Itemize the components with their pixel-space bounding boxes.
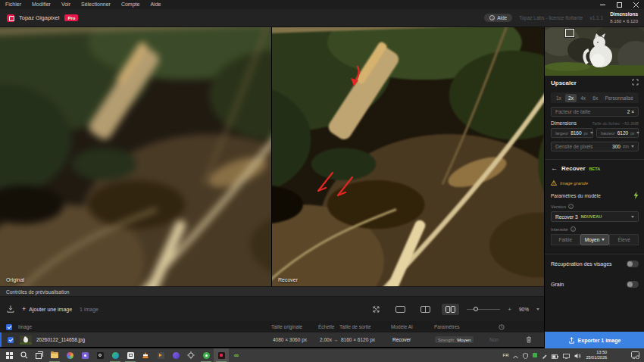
- menu-selectionner[interactable]: Sélectionner: [76, 0, 116, 9]
- menu-voir[interactable]: Voir: [56, 0, 76, 9]
- navigator-viewport-rect[interactable]: [565, 29, 574, 37]
- zoom-level[interactable]: 90%: [519, 307, 529, 312]
- info-icon: i: [489, 15, 495, 20]
- menu-aide[interactable]: Aide: [145, 0, 166, 9]
- beta-badge: BETA: [589, 167, 601, 171]
- tray-shield-icon[interactable]: [523, 348, 528, 362]
- pan-tool-icon[interactable]: [368, 303, 384, 316]
- menu-modifier[interactable]: Modifier: [27, 0, 56, 9]
- select-all-checkbox[interactable]: [6, 324, 12, 330]
- zoom-slider[interactable]: [467, 305, 500, 313]
- paint3d-icon[interactable]: [168, 348, 183, 362]
- photos-icon[interactable]: [62, 348, 77, 362]
- action-center-icon[interactable]: [631, 348, 639, 362]
- zoom-caret-icon[interactable]: [536, 308, 539, 311]
- row-extra: Non: [489, 332, 499, 347]
- queue-status-icon[interactable]: [499, 321, 505, 332]
- back-arrow-icon[interactable]: ←: [551, 165, 558, 172]
- menu-bar: Fichier Modifier Voir Sélectionner Compt…: [0, 0, 644, 9]
- height-unit-caret-icon[interactable]: [636, 132, 639, 134]
- navigator-thumbnail[interactable]: [545, 27, 644, 76]
- edge-icon[interactable]: [108, 348, 123, 362]
- taskbar-clock[interactable]: 13:50 25/01/2026: [586, 350, 607, 361]
- intensity-eleve-button[interactable]: Élevé: [609, 234, 639, 245]
- vlc-icon[interactable]: [138, 348, 153, 362]
- warning-icon: [551, 180, 557, 186]
- queue-row[interactable]: 20260122_114658.jpg 4080 × 3060 px 2,00x…: [0, 332, 544, 347]
- save-preview-icon[interactable]: [7, 302, 14, 316]
- settings-icon[interactable]: [183, 348, 199, 362]
- tray-display-icon[interactable]: [563, 348, 570, 362]
- col-image: Image: [18, 321, 32, 332]
- scale-2x-button[interactable]: 2x: [565, 94, 577, 102]
- recover-label: Recover: [278, 277, 298, 282]
- row-checkbox[interactable]: [8, 337, 14, 343]
- pixel-density-field[interactable]: Densité de pixels 300PPI: [551, 142, 639, 151]
- model-params-label: Paramètres du modèle: [551, 193, 601, 198]
- grain-toggle[interactable]: [627, 281, 639, 288]
- col-ai-model: Modèle AI: [391, 321, 413, 332]
- zoom-slider-knob[interactable]: [474, 307, 478, 311]
- row-output-size: 8160 × 6120 px: [341, 332, 375, 347]
- width-unit-caret-icon[interactable]: [590, 132, 593, 134]
- plus-icon: +: [22, 306, 26, 313]
- recover-pane[interactable]: Recover: [272, 27, 544, 286]
- minimize-icon[interactable]: [594, 0, 611, 9]
- intensity-moyen-button[interactable]: Moyen: [580, 234, 610, 245]
- side-by-side-view-icon[interactable]: [442, 304, 459, 315]
- model-version-dropdown[interactable]: Recover 3NOUVEAU: [551, 211, 639, 222]
- resize-icon[interactable]: [632, 79, 639, 86]
- split-view-icon[interactable]: [417, 304, 434, 315]
- density-caret-icon[interactable]: [631, 145, 634, 148]
- delete-row-icon[interactable]: [526, 332, 532, 347]
- export-icon: [569, 337, 574, 344]
- menu-compte[interactable]: Compte: [116, 0, 145, 9]
- start-button[interactable]: [2, 348, 17, 362]
- preview-area: Original Recover: [0, 27, 544, 286]
- add-image-button[interactable]: +Ajouter une image: [22, 306, 72, 313]
- tray-battery-icon[interactable]: [552, 348, 558, 362]
- mail-icon[interactable]: [123, 348, 138, 362]
- file-explorer-icon[interactable]: [47, 348, 62, 362]
- scale-6x-button[interactable]: 6x: [589, 94, 601, 102]
- zoom-in-icon[interactable]: +: [508, 306, 511, 313]
- scale-4x-button[interactable]: 4x: [577, 94, 589, 102]
- task-view-icon[interactable]: [32, 348, 47, 362]
- image-count: 1 image: [80, 307, 98, 312]
- volume-icon[interactable]: [574, 348, 581, 362]
- recorder-icon[interactable]: [199, 348, 214, 362]
- tray-pen-icon[interactable]: [542, 348, 547, 362]
- close-icon[interactable]: [627, 0, 644, 9]
- search-icon[interactable]: [17, 348, 32, 362]
- movies-icon[interactable]: [153, 348, 168, 362]
- width-field[interactable]: largeur 8160 px: [551, 128, 593, 138]
- help-button[interactable]: iAide: [484, 14, 512, 22]
- maximize-icon[interactable]: [611, 0, 627, 9]
- camera-icon[interactable]: [92, 348, 108, 362]
- face-recovery-label: Récupération des visages: [551, 261, 612, 267]
- store-icon[interactable]: [77, 348, 92, 362]
- version-info-icon[interactable]: i: [568, 204, 574, 209]
- face-recovery-toggle[interactable]: [627, 261, 639, 267]
- single-view-icon[interactable]: [392, 304, 409, 315]
- strength-badge[interactable]: Strength:Moyen: [435, 336, 474, 343]
- gigapixel-icon[interactable]: [214, 348, 229, 362]
- tray-expand-icon[interactable]: [513, 348, 518, 362]
- scale-1x-button[interactable]: 1x: [553, 94, 564, 102]
- intensity-faible-button[interactable]: Faible: [551, 234, 580, 245]
- red-annotation-marks: [272, 27, 544, 286]
- language-indicator[interactable]: FR: [502, 353, 508, 357]
- scale-factor-field[interactable]: Facteur de taille 2 ×: [551, 107, 639, 117]
- original-pane[interactable]: Original: [0, 27, 271, 286]
- menu-fichier[interactable]: Fichier: [0, 0, 27, 9]
- infinity-icon[interactable]: ∞: [229, 348, 244, 362]
- pro-badge: Pro: [64, 14, 78, 21]
- height-field[interactable]: hauteur 6120 px: [596, 128, 639, 138]
- tray-green-icon[interactable]: [533, 353, 537, 357]
- app-header: Topaz Gigapixel Pro iAide Topaz Labs - l…: [0, 9, 644, 27]
- intensity-label: Intensité: [551, 227, 568, 232]
- export-button[interactable]: Exporter 1 image: [545, 332, 644, 348]
- intensity-info-icon[interactable]: i: [571, 226, 576, 232]
- scale-custom-button[interactable]: Personnalisé: [602, 94, 636, 102]
- bottom-toolbar: +Ajouter une image 1 image + 90%: [0, 297, 544, 321]
